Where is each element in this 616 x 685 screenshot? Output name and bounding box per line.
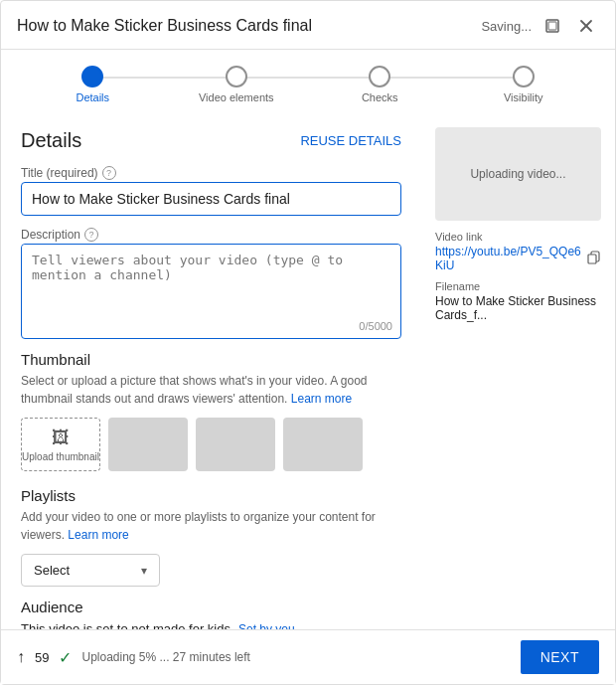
step-checks-circle <box>369 66 390 87</box>
svg-rect-4 <box>588 255 596 263</box>
dialog-header: How to Make Sticker Business Cards final… <box>1 1 615 50</box>
thumbnail-learn-more[interactable]: Learn more <box>291 392 352 406</box>
dialog-footer: ↑ 59 ✓ Uploading 5% ... 27 minutes left … <box>1 629 615 684</box>
dialog-title: How to Make Sticker Business Cards final <box>17 17 312 35</box>
audience-status-label: This video is set to not made for kids <box>21 621 231 629</box>
filename-value: How to Make Sticker Business Cards_f... <box>435 294 601 322</box>
step-details: Details <box>21 66 165 103</box>
footer-check-icon: ✓ <box>59 648 72 667</box>
left-panel: Details REUSE DETAILS Title (required) ?… <box>1 113 421 629</box>
section-title-row: Details REUSE DETAILS <box>21 129 401 152</box>
video-link-url[interactable]: https://youtu.be/PV5_QQe6KiU <box>435 245 581 272</box>
title-help-icon[interactable]: ? <box>102 166 116 180</box>
reuse-details-button[interactable]: REUSE DETAILS <box>300 133 401 148</box>
title-field-label: Title (required) ? <box>21 166 401 180</box>
close-button[interactable] <box>573 13 599 39</box>
audience-title: Audience <box>21 599 401 615</box>
description-help-icon[interactable]: ? <box>84 228 98 242</box>
thumbnail-placeholder-1 <box>108 418 188 471</box>
step-checks: Checks <box>308 66 452 103</box>
playlists-learn-more[interactable]: Learn more <box>68 528 128 542</box>
thumbnail-placeholder-3 <box>283 418 363 471</box>
step-details-label: Details <box>76 91 109 103</box>
step-video-elements-circle <box>226 66 247 87</box>
description-textarea[interactable] <box>22 245 400 334</box>
title-input[interactable] <box>21 182 401 216</box>
upload-thumbnail-label: Upload thumbnail <box>22 451 99 462</box>
steps-bar: Details Video elements Checks Visibility <box>1 50 615 113</box>
description-field-group: Description ? 0/5000 <box>21 228 401 339</box>
video-link-row: https://youtu.be/PV5_QQe6KiU <box>435 245 601 272</box>
step-checks-label: Checks <box>362 91 398 103</box>
step-visibility-label: Visibility <box>504 91 543 103</box>
video-preview-box: Uploading video... <box>435 127 601 221</box>
video-link-label: Video link <box>435 231 601 243</box>
upload-arrow-icon: ↑ <box>17 648 25 666</box>
right-panel: Uploading video... Video link https://yo… <box>421 113 615 629</box>
upload-thumbnail-button[interactable]: 🖼 Upload thumbnail <box>21 418 100 471</box>
next-button[interactable]: NEXT <box>521 640 599 674</box>
playlists-desc: Add your video to one or more playlists … <box>21 508 401 544</box>
playlists-title: Playlists <box>21 487 401 504</box>
svg-rect-1 <box>548 22 556 30</box>
step-visibility-circle <box>513 66 535 87</box>
description-field-label: Description ? <box>21 228 401 242</box>
dialog-body: Details REUSE DETAILS Title (required) ?… <box>1 113 615 629</box>
upload-dialog: How to Make Sticker Business Cards final… <box>0 0 616 685</box>
minimize-button[interactable] <box>539 13 565 39</box>
audience-status-row: This video is set to not made for kids S… <box>21 621 401 629</box>
set-by-you-link[interactable]: Set by you <box>238 622 295 630</box>
playlist-select-value: Select <box>34 563 70 578</box>
filename-label: Filename <box>435 280 601 292</box>
section-main-title: Details <box>21 129 81 152</box>
step-details-circle <box>81 66 103 87</box>
audience-section: Audience This video is set to not made f… <box>21 599 401 629</box>
thumbnail-title: Thumbnail <box>21 351 401 368</box>
upload-status-text: Uploading video... <box>470 167 565 181</box>
chevron-down-icon: ▾ <box>141 564 147 578</box>
char-count: 0/5000 <box>359 320 392 332</box>
thumbnail-placeholder-2 <box>196 418 275 471</box>
footer-upload-count: 59 <box>35 650 49 665</box>
header-actions: Saving... <box>481 13 599 39</box>
upload-thumbnail-icon: 🖼 <box>52 428 70 448</box>
step-video-elements-label: Video elements <box>199 91 274 103</box>
title-field-group: Title (required) ? <box>21 166 401 216</box>
footer-left: ↑ 59 ✓ Uploading 5% ... 27 minutes left <box>17 648 250 667</box>
step-visibility: Visibility <box>452 66 596 103</box>
playlists-section: Playlists Add your video to one or more … <box>21 487 401 587</box>
saving-status: Saving... <box>481 19 532 34</box>
thumbnail-section: Thumbnail Select or upload a picture tha… <box>21 351 401 471</box>
copy-icon[interactable] <box>587 251 601 267</box>
step-video-elements: Video elements <box>165 66 309 103</box>
playlist-select[interactable]: Select ▾ <box>21 554 160 587</box>
thumbnail-desc: Select or upload a picture that shows wh… <box>21 372 401 408</box>
thumbnail-row: 🖼 Upload thumbnail <box>21 418 401 471</box>
footer-status-text: Uploading 5% ... 27 minutes left <box>81 650 249 664</box>
description-textarea-wrapper: 0/5000 <box>21 244 401 339</box>
